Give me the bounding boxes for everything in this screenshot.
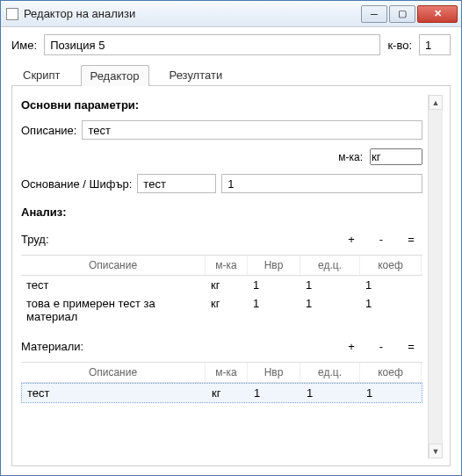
materials-grid: Описание м-ка Нвр ед.ц. коеф тест кг 1 1… [21,362,422,403]
panel-inner: Основни параметри: Описание: м-ка: Основ… [21,95,428,458]
tab-results[interactable]: Резултати [160,64,233,85]
analysis-title: Анализ: [21,206,422,219]
trud-grid-header: Описание м-ка Нвр ед.ц. коеф [21,255,422,276]
top-row: Име: к-во: [11,34,451,55]
materials-buttons: + - = [345,340,422,353]
table-row[interactable]: тест кг 1 1 1 [21,276,422,294]
materials-add-button[interactable]: + [345,340,357,353]
col-price: ед.ц. [300,256,360,275]
tab-editor[interactable]: Редактор [81,65,149,86]
name-label: Име: [11,39,37,52]
scroll-down-icon[interactable]: ▼ [429,444,443,458]
mka-input[interactable] [370,148,422,165]
params-title: Основни параметри: [21,98,422,112]
trud-buttons: + - = [345,233,422,246]
materials-label: Материали: [21,340,83,353]
col-desc: Описание [21,363,206,382]
table-row[interactable]: тест кг 1 1 1 [21,383,422,403]
maximize-button[interactable]: ▢ [389,5,415,23]
scroll-up-icon[interactable]: ▲ [429,95,443,110]
mka-row: м-ка: [21,148,422,165]
app-icon [6,8,18,20]
materials-header: Материали: + - = [21,340,422,353]
col-mka: м-ка [206,363,248,382]
desc-input[interactable] [82,120,422,140]
trud-eq-button[interactable]: = [405,233,417,246]
tab-script[interactable]: Скрипт [13,64,70,85]
base-row: Основание / Шифър: [21,174,422,193]
col-desc: Описание [21,256,206,275]
titlebar: Редактор на анализи ─ ▢ ✕ [1,1,461,27]
base-label: Основание / Шифър: [21,177,132,191]
qty-label: к-во: [387,39,412,52]
close-button[interactable]: ✕ [417,5,458,23]
qty-input[interactable] [419,34,451,55]
minimize-button[interactable]: ─ [361,5,387,23]
name-input[interactable] [44,34,380,55]
col-coef: коеф [360,363,422,382]
mka-label: м-ка: [338,151,363,163]
desc-row: Описание: [21,120,422,140]
materials-grid-header: Описание м-ка Нвр ед.ц. коеф [21,362,422,383]
scrollbar[interactable]: ▲ ▼ [428,95,443,458]
col-mka: м-ка [206,256,248,275]
trud-grid: Описание м-ка Нвр ед.ц. коеф тест кг 1 1… [21,255,422,326]
base-input-2[interactable] [221,174,422,193]
window-title: Редактор на анализи [24,7,360,20]
desc-label: Описание: [21,124,76,137]
tabs: Скрипт Редактор Резултати [11,64,451,86]
col-coef: коеф [360,256,422,275]
window: Редактор на анализи ─ ▢ ✕ Име: к-во: Скр… [0,0,462,476]
trud-header: Труд: + - = [21,233,422,246]
table-row[interactable]: това е примерен тест за материал кг 1 1 … [21,294,422,326]
trud-label: Труд: [21,233,49,246]
col-nvr: Нвр [248,363,300,382]
trud-remove-button[interactable]: - [375,233,387,246]
materials-remove-button[interactable]: - [375,340,387,353]
col-nvr: Нвр [248,256,300,275]
materials-eq-button[interactable]: = [405,340,417,353]
trud-add-button[interactable]: + [345,233,357,246]
panel: Основни параметри: Описание: м-ка: Основ… [11,86,451,466]
client-area: Име: к-во: Скрипт Редактор Резултати Осн… [1,27,461,475]
col-price: ед.ц. [300,363,360,382]
base-input-1[interactable] [137,174,216,193]
